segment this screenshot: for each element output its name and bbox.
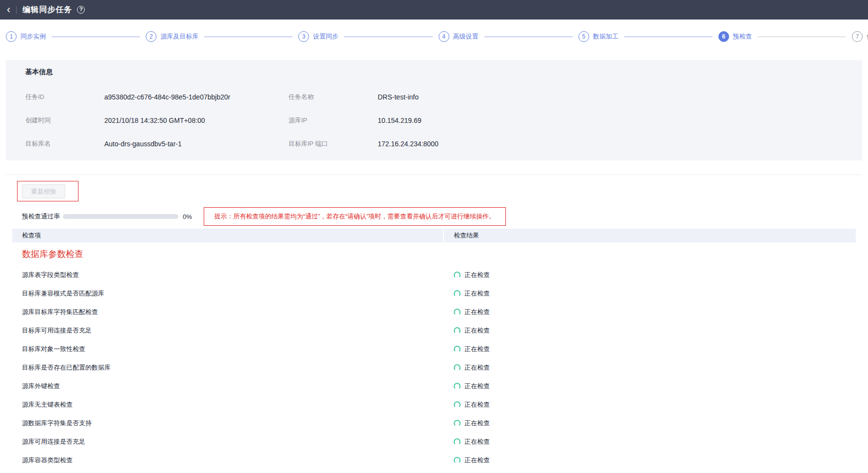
step-number-circle: 1 xyxy=(6,31,17,42)
check-item-name: 源数据库字符集是否支持 xyxy=(12,419,444,428)
step-label: 源库及目标库 xyxy=(160,32,198,41)
title-divider xyxy=(16,6,17,14)
check-status: 正在检查 xyxy=(444,400,856,409)
wizard-step-5[interactable]: 5 数据加工 xyxy=(579,31,618,42)
step-number-circle: 3 xyxy=(298,31,309,42)
info-row: 任务ID a95380d2-c676-484c-98e5-1de07bbjb20… xyxy=(25,85,843,109)
field-value-task-id: a95380d2-c676-484c-98e5-1de07bbjb20r xyxy=(104,93,289,101)
wizard-step-1[interactable]: 1 同步实例 xyxy=(6,31,46,42)
wizard-step-2[interactable]: 2 源库及目标库 xyxy=(146,31,198,42)
check-row: 源库外键检查 正在检查 xyxy=(12,377,856,395)
check-status: 正在检查 xyxy=(444,363,856,372)
pass-rate-label: 预检查通过率 xyxy=(22,212,60,221)
check-status: 正在检查 xyxy=(444,419,856,428)
step-label: 数据加工 xyxy=(593,32,618,41)
check-status: 正在检查 xyxy=(444,308,856,316)
step-connector xyxy=(204,37,292,37)
loading-spinner-icon xyxy=(454,420,461,427)
info-row: 创建时间 2021/10/18 14:32:50 GMT+08:00 源库IP … xyxy=(25,109,843,132)
loading-spinner-icon xyxy=(454,364,461,371)
pass-rate-value: 0% xyxy=(183,213,192,220)
check-item-name: 源库容器类型检查 xyxy=(12,456,444,465)
step-number-circle: 2 xyxy=(146,31,156,42)
check-status-text: 正在检查 xyxy=(464,271,490,279)
step-label: 同步实例 xyxy=(20,32,46,41)
check-status: 正在检查 xyxy=(444,382,856,391)
check-item-name: 目标库可用连接是否充足 xyxy=(12,326,444,335)
step-number-circle: 4 xyxy=(439,31,449,42)
check-item-name: 源库外键检查 xyxy=(12,382,444,391)
wizard-step-6-active[interactable]: 6 预检查 xyxy=(718,31,752,42)
basic-info-panel: 基本信息 任务ID a95380d2-c676-484c-98e5-1de07b… xyxy=(6,60,862,160)
check-status-text: 正在检查 xyxy=(464,363,490,372)
back-icon[interactable]: ‹ xyxy=(7,5,10,15)
check-row: 目标库对象一致性检查 正在检查 xyxy=(12,340,856,358)
wizard-step-3[interactable]: 3 设置同步 xyxy=(298,31,338,42)
precheck-section: 重新校验 预检查通过率 0% 提示：所有检查项的结果需均为“通过”，若存在“请确… xyxy=(0,181,868,470)
page-title: 编辑同步任务 xyxy=(22,5,72,15)
check-item-name: 源库无主键表检查 xyxy=(12,400,444,409)
check-status-text: 正在检查 xyxy=(464,437,490,446)
check-group-title: 数据库参数检查 xyxy=(22,248,856,260)
info-row: 目标库名 Auto-drs-gaussdbv5-tar-1 目标库IP 端口 1… xyxy=(25,132,843,156)
tip-text: 提示：所有检查项的结果需均为“通过”，若存在“请确认”项时，需要查看并确认后才可… xyxy=(214,212,495,221)
check-row: 源库表字段类型检查 正在检查 xyxy=(12,266,856,284)
check-status-text: 正在检查 xyxy=(464,308,490,316)
step-connector xyxy=(484,37,573,37)
wizard-step-7[interactable]: 7 任务确认 xyxy=(852,31,868,42)
step-number-circle: 5 xyxy=(579,31,589,42)
check-status: 正在检查 xyxy=(444,271,856,279)
step-wizard: 1 同步实例 2 源库及目标库 3 设置同步 4 高级设置 5 数据加工 6 预… xyxy=(0,20,868,54)
step-label: 预检查 xyxy=(733,32,752,41)
pass-rate-row: 预检查通过率 0% 提示：所有检查项的结果需均为“通过”，若存在“请确认”项时，… xyxy=(22,207,862,226)
check-row: 源库容器类型检查 正在检查 xyxy=(12,451,856,470)
loading-spinner-icon xyxy=(454,272,461,278)
check-status: 正在检查 xyxy=(444,289,856,298)
pass-rate-progressbar xyxy=(63,214,178,219)
field-label-target-db: 目标库名 xyxy=(25,139,104,148)
check-status-text: 正在检查 xyxy=(464,345,490,354)
check-item-name: 目标库是否存在已配置的数据库 xyxy=(12,363,444,372)
recheck-button[interactable]: 重新校验 xyxy=(22,184,65,198)
check-row: 目标库是否存在已配置的数据库 正在检查 xyxy=(12,358,856,377)
step-number-circle: 6 xyxy=(718,31,729,42)
field-value-create-time: 2021/10/18 14:32:50 GMT+08:00 xyxy=(104,117,289,124)
field-label-source-ip: 源库IP xyxy=(289,116,378,125)
loading-spinner-icon xyxy=(454,309,461,315)
loading-spinner-icon xyxy=(454,346,461,353)
check-row: 源库无主键表检查 正在检查 xyxy=(12,395,856,414)
check-item-name: 目标库兼容模式是否匹配源库 xyxy=(12,289,444,298)
check-status-text: 正在检查 xyxy=(464,456,490,465)
check-row: 目标库可用连接是否充足 正在检查 xyxy=(12,321,856,340)
annotation-rect-tip: 提示：所有检查项的结果需均为“通过”，若存在“请确认”项时，需要查看并确认后才可… xyxy=(204,207,506,226)
step-label: 设置同步 xyxy=(313,32,338,41)
help-icon[interactable]: ? xyxy=(77,6,85,14)
check-row: 目标库兼容模式是否匹配源库 正在检查 xyxy=(12,284,856,303)
check-status-text: 正在检查 xyxy=(464,419,490,428)
column-header-result: 检查结果 xyxy=(444,229,856,242)
step-connector xyxy=(758,37,846,37)
check-item-name: 源库表字段类型检查 xyxy=(12,271,444,279)
check-item-name: 源库目标库字符集匹配检查 xyxy=(12,308,444,316)
check-item-name: 源库可用连接是否充足 xyxy=(12,437,444,446)
field-label-task-id: 任务ID xyxy=(25,93,104,101)
check-status: 正在检查 xyxy=(444,326,856,335)
check-table-header: 检查项 检查结果 xyxy=(12,229,856,242)
step-connector xyxy=(52,37,140,37)
annotation-rect-recheck: 重新校验 xyxy=(17,181,78,201)
loading-spinner-icon xyxy=(454,438,461,445)
loading-spinner-icon xyxy=(454,383,461,390)
field-value-source-ip: 10.154.219.69 xyxy=(378,117,843,124)
column-header-item: 检查项 xyxy=(12,229,443,242)
check-row: 源库目标库字符集匹配检查 正在检查 xyxy=(12,303,856,321)
field-label-target-ip-port: 目标库IP 端口 xyxy=(289,139,378,148)
step-label: 高级设置 xyxy=(453,32,479,41)
section-divider xyxy=(6,175,862,175)
check-status-text: 正在检查 xyxy=(464,326,490,335)
wizard-step-4[interactable]: 4 高级设置 xyxy=(439,31,479,42)
check-item-name: 目标库对象一致性检查 xyxy=(12,345,444,354)
basic-info-title: 基本信息 xyxy=(25,68,843,77)
step-number-circle: 7 xyxy=(852,31,863,42)
field-value-task-name: DRS-test-info xyxy=(378,93,843,101)
loading-spinner-icon xyxy=(454,327,461,334)
